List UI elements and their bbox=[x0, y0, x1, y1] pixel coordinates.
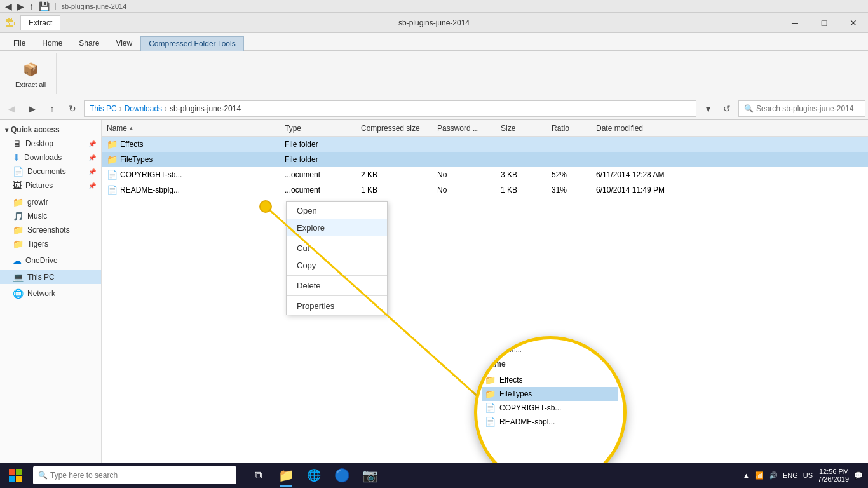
tab-share[interactable]: Share bbox=[71, 36, 107, 50]
qa-up[interactable]: ↑ bbox=[29, 1, 34, 11]
sidebar-item-music[interactable]: 🎵 Music bbox=[0, 209, 101, 223]
tab-file[interactable]: File bbox=[5, 36, 34, 50]
mag-list-item[interactable]: 📄 README-sbpl... bbox=[482, 415, 618, 429]
taskbar-file-explorer[interactable]: 📁 bbox=[272, 463, 300, 488]
taskbar-chrome[interactable]: 🌐 bbox=[300, 463, 328, 488]
taskbar-clock[interactable]: 12:56 PM 7/26/2019 bbox=[818, 468, 849, 483]
title-bar-left: 🗜 bbox=[0, 17, 20, 29]
tab-home[interactable]: Home bbox=[34, 36, 71, 50]
dropdown-button[interactable]: ▾ bbox=[699, 100, 717, 118]
maximize-button[interactable]: □ bbox=[810, 13, 839, 33]
pictures-label: Pictures bbox=[25, 181, 53, 190]
table-row[interactable]: 📁 Effects File folder bbox=[102, 137, 868, 152]
search-input[interactable] bbox=[756, 104, 860, 113]
mag-doc-icon: 📄 bbox=[485, 403, 496, 413]
qa-back[interactable]: ◀ bbox=[5, 1, 12, 11]
crumb-sep-1: › bbox=[119, 104, 122, 113]
taskbar-search-input[interactable] bbox=[50, 471, 231, 480]
chrome-icon: 🌐 bbox=[307, 468, 321, 482]
mag-folder-icon-2: 📁 bbox=[485, 389, 496, 399]
sidebar-item-tigers[interactable]: 📁 Tigers bbox=[0, 237, 101, 251]
col-header-name[interactable]: Name ▲ bbox=[104, 120, 282, 136]
col-header-size[interactable]: Size bbox=[498, 120, 549, 136]
edge-icon: 🔵 bbox=[334, 468, 350, 483]
taskbar-search-bar[interactable]: 🔍 bbox=[33, 466, 236, 484]
col-header-compressed[interactable]: Compressed size bbox=[358, 120, 435, 136]
mag-readme-name: README-sbpl... bbox=[499, 417, 555, 426]
table-row[interactable]: 📄 COPYRIGHT-sb... ...ocument 2 KB No 3 K… bbox=[102, 167, 868, 182]
close-button[interactable]: ✕ bbox=[839, 13, 868, 33]
refresh-nav-button[interactable]: ↺ bbox=[718, 100, 736, 118]
taskbar-network-icon[interactable]: 📶 bbox=[755, 471, 764, 480]
svg-rect-1 bbox=[9, 469, 15, 475]
mag-list-item[interactable]: 📄 COPYRIGHT-sb... bbox=[482, 401, 618, 415]
crumb-this-pc[interactable]: This PC bbox=[90, 104, 117, 113]
sidebar-item-onedrive[interactable]: ☁ OneDrive bbox=[0, 254, 101, 268]
extract-tab[interactable]: Extract bbox=[20, 15, 60, 30]
address-bar[interactable]: This PC › Downloads › sb-plugins-june-20… bbox=[84, 100, 696, 117]
extract-all-button[interactable]: 📦 Extract all bbox=[10, 57, 51, 91]
folder-icon: 📁 bbox=[107, 139, 118, 149]
col-header-date[interactable]: Date modified bbox=[593, 120, 865, 136]
context-explore[interactable]: Explore bbox=[287, 219, 387, 236]
up-button[interactable]: ↑ bbox=[43, 100, 61, 118]
minimize-button[interactable]: ─ bbox=[780, 13, 810, 33]
taskbar-volume-icon[interactable]: 🔊 bbox=[769, 471, 778, 480]
refresh-button[interactable]: ↻ bbox=[64, 100, 81, 118]
onedrive-icon: ☁ bbox=[13, 255, 22, 266]
documents-label: Documents bbox=[27, 167, 66, 176]
context-cut[interactable]: Cut bbox=[287, 240, 387, 257]
taskbar-chevron-up[interactable]: ▲ bbox=[743, 471, 750, 479]
crumb-sep-2: › bbox=[165, 104, 167, 113]
sidebar-section-onedrive: ☁ OneDrive bbox=[0, 254, 101, 268]
table-row[interactable]: 📁 FileTypes File folder bbox=[102, 152, 868, 167]
table-row[interactable]: 📄 README-sbplg... ...ocument 1 KB No 1 K… bbox=[102, 182, 868, 198]
tab-compressed-folder-tools[interactable]: Compressed Folder Tools bbox=[140, 36, 244, 51]
col-header-ratio[interactable]: Ratio bbox=[549, 120, 593, 136]
qa-save[interactable]: 💾 bbox=[39, 1, 50, 11]
file-list: 📁 Effects File folder 📁 FileTypes File f… bbox=[102, 137, 868, 198]
sidebar-item-screenshots[interactable]: 📁 Screenshots bbox=[0, 223, 101, 237]
pin-icon: 📌 bbox=[88, 140, 96, 147]
effects-type: File folder bbox=[282, 140, 358, 149]
file-name-filetypes: 📁 FileTypes bbox=[104, 154, 282, 165]
qa-forward[interactable]: ▶ bbox=[17, 1, 24, 11]
sidebar-item-pictures[interactable]: 🖼 Pictures 📌 bbox=[0, 179, 101, 193]
nav-bar: ◀ ▶ ↑ ↻ This PC › Downloads › sb-plugins… bbox=[0, 97, 868, 120]
crumb-downloads[interactable]: Downloads bbox=[125, 104, 162, 113]
doc-icon-2: 📄 bbox=[107, 185, 118, 195]
context-properties[interactable]: Properties bbox=[287, 297, 387, 315]
sidebar-item-this-pc[interactable]: 💻 This PC bbox=[0, 270, 101, 284]
search-bar[interactable]: 🔍 bbox=[738, 100, 865, 117]
back-button[interactable]: ◀ bbox=[3, 100, 20, 118]
ribbon-content: 📦 Extract all bbox=[0, 51, 868, 97]
taskbar-notification-icon[interactable]: 💬 bbox=[854, 471, 863, 480]
taskbar-edge[interactable]: 🔵 bbox=[328, 463, 356, 488]
taskbar-photos[interactable]: 📷 bbox=[356, 463, 384, 488]
sidebar-item-documents[interactable]: 📄 Documents 📌 bbox=[0, 165, 101, 179]
sidebar-item-desktop[interactable]: 🖥 Desktop 📌 bbox=[0, 137, 101, 151]
mag-list-item[interactable]: 📁 Effects bbox=[482, 373, 618, 387]
context-copy[interactable]: Copy bbox=[287, 257, 387, 274]
sidebar-item-network[interactable]: 🌐 Network bbox=[0, 287, 101, 301]
onedrive-label: OneDrive bbox=[25, 256, 58, 265]
sidebar-section-network: 🌐 Network bbox=[0, 287, 101, 301]
start-button[interactable] bbox=[0, 463, 31, 488]
screenshots-label: Screenshots bbox=[27, 226, 70, 234]
taskbar-task-view[interactable]: ⧉ bbox=[244, 463, 272, 488]
sidebar-item-downloads[interactable]: ⬇ Downloads 📌 bbox=[0, 151, 101, 165]
context-delete[interactable]: Delete bbox=[287, 277, 387, 294]
forward-button[interactable]: ▶ bbox=[23, 100, 41, 118]
col-header-type[interactable]: Type bbox=[282, 120, 358, 136]
tab-view[interactable]: View bbox=[107, 36, 140, 50]
col-header-password[interactable]: Password ... bbox=[435, 120, 498, 136]
search-icon: 🔍 bbox=[744, 104, 754, 113]
pin-icon-pics: 📌 bbox=[88, 182, 96, 189]
col-size-label: Size bbox=[501, 124, 515, 133]
mag-list-item[interactable]: 📁 FileTypes bbox=[482, 387, 618, 401]
copyright-name: COPYRIGHT-sb... bbox=[120, 170, 182, 179]
context-open[interactable]: Open bbox=[287, 202, 387, 219]
quick-access-header[interactable]: ▾ Quick access bbox=[0, 123, 101, 137]
sidebar-item-growlr[interactable]: 📁 growlr bbox=[0, 195, 101, 209]
screenshots-icon: 📁 bbox=[13, 225, 24, 235]
